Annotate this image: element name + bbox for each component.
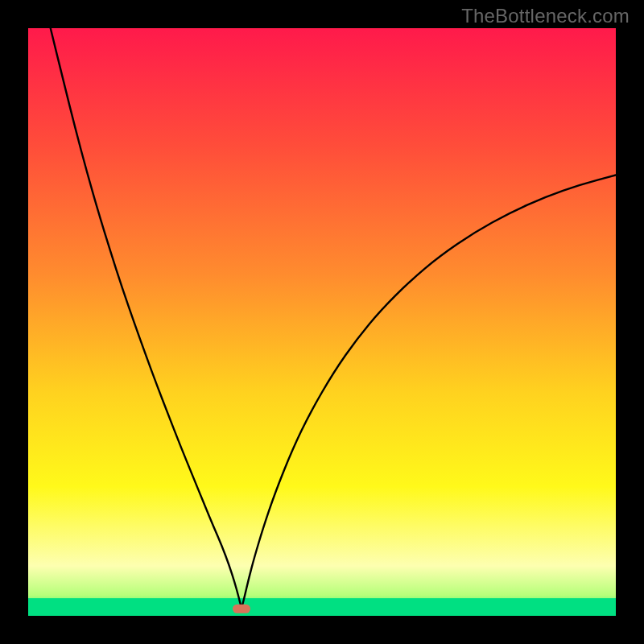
optimal-marker xyxy=(233,605,250,613)
green-band xyxy=(28,598,616,616)
chart-frame: TheBottleneck.com xyxy=(0,0,644,644)
bottleneck-chart xyxy=(28,28,616,616)
watermark-text: TheBottleneck.com xyxy=(461,5,630,27)
gradient-background xyxy=(28,28,616,616)
plot-area xyxy=(28,28,616,616)
